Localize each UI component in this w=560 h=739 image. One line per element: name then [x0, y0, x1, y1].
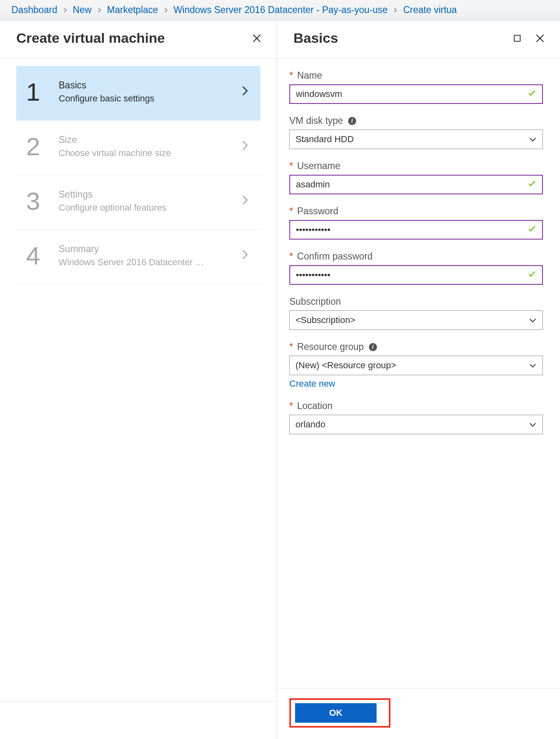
chevron-right-icon: [242, 249, 251, 262]
step-title: Basics: [59, 80, 242, 91]
step-subtitle: Windows Server 2016 Datacenter …: [59, 257, 242, 268]
step-title: Size: [59, 134, 242, 145]
chevron-down-icon: [529, 419, 537, 430]
password-label: *Password: [289, 206, 543, 217]
step-subtitle: Configure basic settings: [59, 93, 242, 104]
subscription-select[interactable]: <Subscription>: [289, 310, 543, 330]
info-icon[interactable]: i: [348, 117, 356, 125]
chevron-down-icon: [529, 360, 537, 371]
chevron-right-icon: [158, 7, 174, 13]
step-summary[interactable]: 4 Summary Windows Server 2016 Datacenter…: [16, 230, 260, 284]
chevron-down-icon: [529, 134, 537, 145]
chevron-down-icon: [529, 315, 537, 326]
breadcrumb-item-dashboard[interactable]: Dashboard: [11, 4, 57, 15]
step-number: 4: [26, 241, 59, 270]
location-label: *Location: [289, 400, 543, 411]
chevron-right-icon: [92, 7, 107, 13]
chevron-right-icon: [242, 86, 251, 98]
basics-pane: Basics *Name: [277, 20, 560, 739]
steps-pane: Create virtual machine 1 Basics Configur…: [0, 20, 277, 739]
step-subtitle: Configure optional features: [59, 202, 242, 213]
step-basics[interactable]: 1 Basics Configure basic settings: [16, 66, 260, 121]
close-icon[interactable]: [251, 32, 263, 44]
name-label: *Name: [289, 70, 543, 81]
checkmark-icon: [527, 224, 536, 235]
breadcrumb-item-product[interactable]: Windows Server 2016 Datacenter - Pay-as-…: [174, 4, 388, 15]
location-select[interactable]: orlando: [289, 415, 543, 434]
breadcrumb-item-marketplace[interactable]: Marketplace: [107, 4, 158, 15]
step-subtitle: Choose virtual machine size: [59, 148, 242, 158]
info-icon[interactable]: i: [369, 343, 377, 351]
step-number: 2: [26, 132, 59, 161]
username-label: *Username: [289, 161, 543, 172]
subscription-label: Subscription: [289, 296, 543, 307]
step-number: 3: [26, 187, 59, 216]
disk-type-label: VM disk type i: [289, 115, 543, 126]
chevron-right-icon: [242, 195, 251, 207]
resource-group-select[interactable]: (New) <Resource group>: [289, 356, 543, 375]
checkmark-icon: [527, 88, 536, 100]
chevron-right-icon: [388, 7, 403, 13]
checkmark-icon: [527, 179, 536, 190]
step-size[interactable]: 2 Size Choose virtual machine size: [16, 121, 260, 175]
svg-rect-2: [514, 35, 520, 41]
step-number: 1: [26, 77, 59, 106]
step-title: Settings: [59, 189, 242, 200]
resource-group-label: *Resource group i: [289, 341, 543, 352]
breadcrumb-item-new[interactable]: New: [73, 4, 92, 15]
maximize-icon[interactable]: [511, 32, 523, 44]
disk-type-select[interactable]: Standard HDD: [289, 130, 543, 149]
breadcrumb: Dashboard New Marketplace Windows Server…: [0, 0, 560, 20]
username-input[interactable]: [289, 175, 543, 194]
confirm-password-label: *Confirm password: [289, 251, 543, 262]
confirm-password-input[interactable]: •••••••••••: [289, 265, 543, 285]
step-settings[interactable]: 3 Settings Configure optional features: [16, 175, 260, 230]
ok-button[interactable]: OK: [295, 703, 377, 723]
checkmark-icon: [527, 269, 536, 281]
left-pane-footer: [0, 702, 277, 739]
chevron-right-icon: [242, 140, 251, 153]
step-title: Summary: [59, 244, 242, 255]
chevron-right-icon: [57, 7, 73, 13]
ok-highlight-box: OK: [289, 698, 390, 728]
name-input[interactable]: [289, 84, 543, 104]
panel-title: Basics: [293, 30, 338, 46]
create-new-link[interactable]: Create new: [289, 378, 335, 389]
close-icon[interactable]: [534, 32, 546, 44]
password-input[interactable]: •••••••••••: [289, 220, 543, 240]
page-title: Create virtual machine: [16, 30, 165, 46]
breadcrumb-item-create[interactable]: Create virtua: [403, 4, 457, 15]
